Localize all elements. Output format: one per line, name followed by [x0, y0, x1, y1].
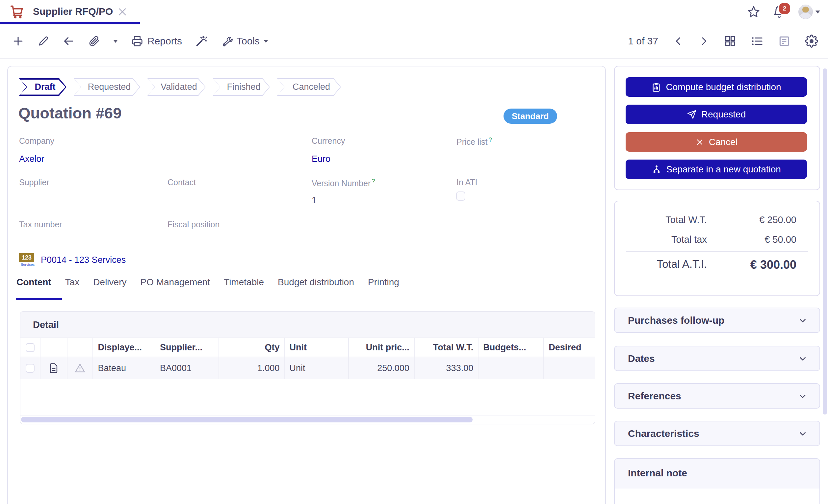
attachment-dropdown-caret[interactable]: [113, 40, 118, 43]
detail-grid-header: Detail: [20, 312, 595, 338]
column-qty[interactable]: Qty: [218, 338, 284, 356]
new-record-button[interactable]: [12, 35, 24, 47]
tab-delivery[interactable]: Delivery: [93, 277, 126, 288]
help-icon[interactable]: ?: [372, 178, 375, 184]
cell-desired: [543, 357, 595, 379]
tab-budget-distribution[interactable]: Budget distribution: [278, 277, 354, 288]
avatar[interactable]: [798, 5, 813, 19]
row-checkbox[interactable]: [20, 357, 40, 379]
send-icon: [687, 110, 697, 119]
content-tab-panel: Detail Displaye... Supplier... Qty Unit …: [8, 301, 605, 504]
button-label: Separate in a new quotation: [666, 164, 781, 175]
version-number-label: Version Number?: [312, 178, 375, 188]
close-tab-icon[interactable]: [117, 7, 128, 17]
chevron-down-icon: [816, 10, 820, 13]
supplier-link[interactable]: P0014 - 123 Services: [41, 255, 126, 265]
column-icon-1: [40, 338, 67, 356]
separate-in-new-quotation-button[interactable]: Separate in a new quotation: [626, 160, 807, 179]
help-icon[interactable]: ?: [488, 136, 492, 143]
in-ati-checkbox[interactable]: [456, 192, 465, 201]
settings-gear-icon[interactable]: [805, 35, 818, 48]
warning-triangle-icon: [67, 357, 92, 379]
requested-button[interactable]: Requested: [626, 104, 807, 124]
table-row[interactable]: Bateau BA0001 1.000 Unit 250.000 333.00: [20, 356, 595, 379]
prev-record-chevron[interactable]: [673, 36, 684, 47]
workflow-step-validated: Validated: [148, 78, 206, 96]
tab-content[interactable]: Content: [16, 277, 51, 288]
detail-column-headers: Displaye... Supplier... Qty Unit Unit pr…: [20, 338, 595, 356]
tab-title[interactable]: Supplier RFQ/PO: [33, 6, 113, 17]
panel-characteristics[interactable]: Characteristics: [614, 421, 820, 446]
quotation-form-card: Draft Requested Validated Finished Cance…: [7, 66, 606, 504]
attachment-paperclip-icon[interactable]: [88, 35, 100, 47]
kanban-view-icon[interactable]: [724, 35, 737, 47]
column-total-wt[interactable]: Total W.T.: [414, 338, 478, 356]
cancel-button[interactable]: Cancel: [626, 132, 807, 152]
cell-unit-price: 250.000: [348, 357, 414, 379]
shopping-cart-icon: [10, 4, 25, 19]
totals-divider: [626, 251, 808, 252]
supplier-logo: 123 Services: [19, 253, 36, 266]
supplier-value[interactable]: 123 Services P0014 - 123 Services: [19, 253, 126, 266]
tools-button[interactable]: Tools: [221, 35, 268, 47]
magic-wand-icon[interactable]: [195, 35, 208, 47]
reports-button[interactable]: Reports: [131, 35, 182, 47]
chevron-down-icon: [798, 391, 808, 401]
company-label: Company: [19, 136, 54, 146]
price-list-label: Price list?: [456, 136, 492, 147]
tab-tax[interactable]: Tax: [65, 277, 80, 288]
user-menu[interactable]: [798, 5, 820, 19]
currency-value[interactable]: Euro: [312, 154, 330, 164]
button-label: Cancel: [709, 137, 738, 148]
favorite-star-icon[interactable]: [747, 5, 760, 18]
cell-supplier-code: BA0001: [155, 357, 218, 379]
workflow-step-canceled: Canceled: [277, 78, 341, 96]
total-ati-value: € 300.00: [707, 258, 820, 272]
active-tab-indicator: [0, 22, 140, 24]
internal-note-label: Internal note: [628, 467, 687, 479]
panel-internal-note[interactable]: Internal note: [614, 458, 820, 504]
column-budgets[interactable]: Budgets...: [478, 338, 543, 356]
panel-references[interactable]: References: [614, 383, 820, 409]
column-unit[interactable]: Unit: [284, 338, 348, 356]
total-ati-row: Total A.T.I. € 300.00: [615, 258, 820, 272]
workflow-step-finished: Finished: [213, 78, 270, 96]
form-tabs: Content Tax Delivery PO Management Timet…: [16, 277, 399, 288]
form-view-icon[interactable]: [778, 35, 790, 47]
scrollbar-thumb[interactable]: [21, 417, 472, 422]
compute-budget-distribution-button[interactable]: Compute budget distribution: [626, 77, 807, 97]
column-desired[interactable]: Desired: [543, 338, 595, 356]
in-ati-label: In ATI: [456, 178, 477, 187]
currency-label: Currency: [312, 136, 345, 146]
page-scrollbar-thumb[interactable]: [823, 69, 827, 415]
back-arrow-icon[interactable]: [63, 35, 75, 47]
notifications-bell-icon[interactable]: 2: [773, 5, 786, 18]
column-supplier-code[interactable]: Supplier...: [155, 338, 218, 356]
tax-number-label: Tax number: [19, 220, 62, 229]
workflow-step-draft: Draft: [19, 78, 67, 96]
workflow-status-bar: Draft Requested Validated Finished Cance…: [19, 78, 341, 96]
cell-qty: 1.000: [218, 357, 284, 379]
cell-budgets: [478, 357, 543, 379]
column-displayed[interactable]: Displaye...: [92, 338, 155, 356]
column-unit-price[interactable]: Unit pric...: [348, 338, 414, 356]
edit-pencil-icon[interactable]: [38, 35, 49, 47]
cell-total-wt: 333.00: [414, 357, 478, 379]
panel-dates[interactable]: Dates: [614, 346, 820, 371]
cell-displayed: Bateau: [92, 357, 155, 379]
file-text-icon[interactable]: [40, 357, 67, 379]
company-value[interactable]: Axelor: [19, 154, 44, 164]
horizontal-scrollbar[interactable]: [20, 416, 595, 424]
tab-timetable[interactable]: Timetable: [224, 277, 264, 288]
select-all-checkbox[interactable]: [20, 338, 40, 356]
next-record-chevron[interactable]: [698, 36, 709, 47]
tab-printing[interactable]: Printing: [368, 277, 399, 288]
record-pager: 1 of 37: [628, 36, 658, 47]
list-view-icon[interactable]: [751, 35, 763, 47]
panel-purchases-follow-up[interactable]: Purchases follow-up: [614, 307, 820, 333]
total-tax-label: Total tax: [615, 234, 707, 245]
detail-title: Detail: [20, 320, 59, 330]
quotation-type-badge: Standard: [503, 109, 557, 124]
button-label: Compute budget distribution: [666, 82, 781, 92]
tab-po-management[interactable]: PO Management: [140, 277, 210, 288]
